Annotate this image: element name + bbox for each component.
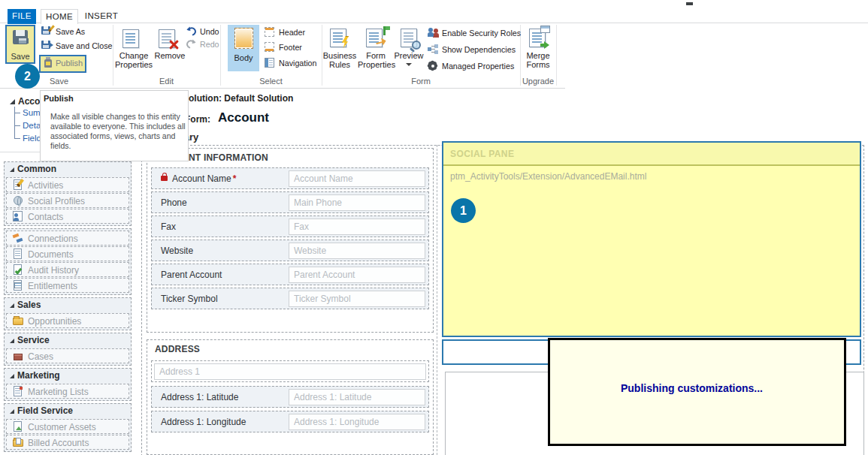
save-and-close-icon xyxy=(41,41,50,49)
publish-icon xyxy=(44,59,52,68)
sidebar-item-opportunities[interactable]: Opportunities xyxy=(6,313,129,328)
show-dependencies-icon xyxy=(428,44,439,54)
social-pane[interactable]: SOCIAL PANE ptm_ActivityTools/Extension/… xyxy=(443,143,860,336)
save-and-close-button[interactable]: Save and Close xyxy=(41,41,50,53)
sidebar-item-label: Opportunities xyxy=(28,316,81,327)
sidebar-item-entitlements[interactable]: Entitlements xyxy=(6,278,129,293)
change-properties-icon xyxy=(122,29,139,48)
preview-label[interactable]: Preview xyxy=(393,52,425,61)
tab-file[interactable]: FILE xyxy=(8,9,36,24)
field-row-phone[interactable]: Phone xyxy=(151,191,429,213)
social-pane-divider xyxy=(443,164,860,166)
sidebar-group-marketing: MarketingMarketing Lists xyxy=(4,368,132,401)
billed-accounts-icon xyxy=(13,437,24,448)
sidebar-item-connections[interactable]: Connections xyxy=(6,231,129,246)
expander-icon xyxy=(10,339,14,343)
sidebar-group-header-service[interactable]: Service xyxy=(6,335,129,347)
remove-label[interactable]: Remove xyxy=(153,52,187,61)
field-row-fax[interactable]: Fax xyxy=(151,215,429,237)
social-pane-webresource-path: ptm_ActivityTools/Extension/AdvancedEMai… xyxy=(450,171,646,182)
sidebar-group-header-marketing[interactable]: Marketing xyxy=(6,370,129,382)
sidebar-item-label: Social Profiles xyxy=(28,196,85,206)
remove-button[interactable] xyxy=(159,29,175,51)
sidebar-group-header-common[interactable]: Common xyxy=(6,164,129,176)
save-button[interactable]: Save xyxy=(5,25,35,64)
group-label-select: Select xyxy=(220,77,322,86)
field-row-parent-account[interactable]: Parent Account xyxy=(151,264,429,285)
input-parent-account[interactable] xyxy=(289,267,425,283)
managed-properties-button[interactable]: Managed Properties xyxy=(428,61,437,73)
expander-icon xyxy=(10,409,14,414)
sidebar-item-billed-accounts[interactable]: Billed Accounts xyxy=(6,435,129,450)
field-label: Website xyxy=(161,246,193,256)
tab-home[interactable]: HOME xyxy=(41,9,78,24)
form-properties-button[interactable] xyxy=(366,29,383,50)
sidebar-group-header-field-service[interactable]: Field Service xyxy=(6,405,129,417)
sidebar-item-marketing-lists[interactable]: Marketing Lists xyxy=(6,384,129,399)
sidebar-group-header-sales[interactable]: Sales xyxy=(6,300,129,312)
sidebar-item-cases[interactable]: Cases xyxy=(6,348,129,363)
sidebar-item-label: Audit History xyxy=(28,265,79,276)
input-ticker-symbol[interactable] xyxy=(289,291,425,307)
field-label: Address 1: Latitude xyxy=(161,392,238,402)
sidebar-item-activities[interactable]: Activities xyxy=(6,177,129,192)
opportunities-icon xyxy=(13,315,24,327)
cases-icon xyxy=(13,351,24,362)
field-row-website[interactable]: Website xyxy=(151,240,429,261)
group-label-upgrade: Upgrade xyxy=(520,77,556,86)
header-icon xyxy=(265,27,274,37)
tooltip-title: Publish xyxy=(44,94,74,103)
input-fax[interactable] xyxy=(289,218,425,235)
field-row-account-name[interactable]: Account Name* xyxy=(151,167,429,189)
tab-insert[interactable]: INSERT xyxy=(83,9,120,24)
group-label-form: Form xyxy=(322,77,520,86)
merge-forms-button[interactable] xyxy=(529,29,546,50)
business-rules-label[interactable]: Business Rules xyxy=(322,52,358,69)
sidebar-item-social-profiles[interactable]: Social Profiles xyxy=(6,193,129,208)
change-properties-label[interactable]: Change Properties xyxy=(113,52,155,69)
input-address-1[interactable] xyxy=(154,363,426,380)
field-row-address-1-latitude[interactable]: Address 1: Latitude xyxy=(151,386,429,408)
section-account-information[interactable]: ACCOUNT INFORMATION Account Name*PhoneFa… xyxy=(147,148,434,333)
navigation-button[interactable]: Navigation xyxy=(265,58,274,70)
preview-dropdown-caret[interactable] xyxy=(406,63,412,66)
customer-assets-icon xyxy=(13,421,24,432)
input-account-name[interactable] xyxy=(289,170,425,187)
publishing-message: Publishing customizations... xyxy=(550,382,844,394)
sidebar-item-customer-assets[interactable]: Customer Assets xyxy=(6,419,129,434)
sidebar-item-label: Cases xyxy=(28,351,53,362)
preview-button[interactable] xyxy=(401,29,417,50)
business-rules-button[interactable] xyxy=(330,29,346,50)
merge-forms-icon xyxy=(529,29,546,47)
save-as-button[interactable]: Save As xyxy=(41,26,50,38)
social-pane-selection-box[interactable]: SOCIAL PANE ptm_ActivityTools/Extension/… xyxy=(442,141,861,337)
sidebar-item-documents[interactable]: Documents xyxy=(6,246,129,261)
enable-security-roles-button[interactable]: Enable Security Roles xyxy=(428,28,439,40)
sidebar-item-contacts[interactable]: Contacts xyxy=(6,209,129,224)
sidebar-group: ConnectionsDocumentsAudit HistoryEntitle… xyxy=(4,228,132,295)
change-properties-button[interactable] xyxy=(122,29,139,51)
form-properties-label[interactable]: Form Properties xyxy=(358,52,394,69)
section-title: ADDRESS xyxy=(155,344,200,354)
input-website[interactable] xyxy=(289,243,425,259)
show-dependencies-button[interactable]: Show Dependencies xyxy=(428,44,439,56)
field-row-address-1-longitude[interactable]: Address 1: Longitude xyxy=(151,411,429,432)
sidebar-item-audit-history[interactable]: Audit History xyxy=(6,262,129,277)
footer-button[interactable]: Footer xyxy=(265,42,274,54)
window-artifact xyxy=(686,2,693,5)
sidebar-item-label: Connections xyxy=(28,234,78,244)
publish-button[interactable]: Publish xyxy=(39,55,86,73)
section-address[interactable]: ADDRESS Address 1: LatitudeAddress 1: Lo… xyxy=(147,339,434,455)
input-address-1-longitude[interactable] xyxy=(289,414,425,430)
header-button[interactable]: Header xyxy=(265,27,274,39)
body-button[interactable]: Body xyxy=(228,25,259,71)
undo-button[interactable]: Undo xyxy=(186,26,197,38)
input-address-1-latitude[interactable] xyxy=(289,389,425,405)
field-row-address-1[interactable] xyxy=(151,360,429,382)
merge-forms-label[interactable]: Merge Forms xyxy=(522,52,555,69)
field-row-ticker-symbol[interactable]: Ticker Symbol xyxy=(151,288,429,309)
redo-button[interactable]: Redo xyxy=(186,39,197,51)
publish-tooltip: Publish Make all visible changes to this… xyxy=(40,90,189,161)
business-rules-icon xyxy=(330,29,346,47)
input-main-phone[interactable] xyxy=(289,194,425,211)
